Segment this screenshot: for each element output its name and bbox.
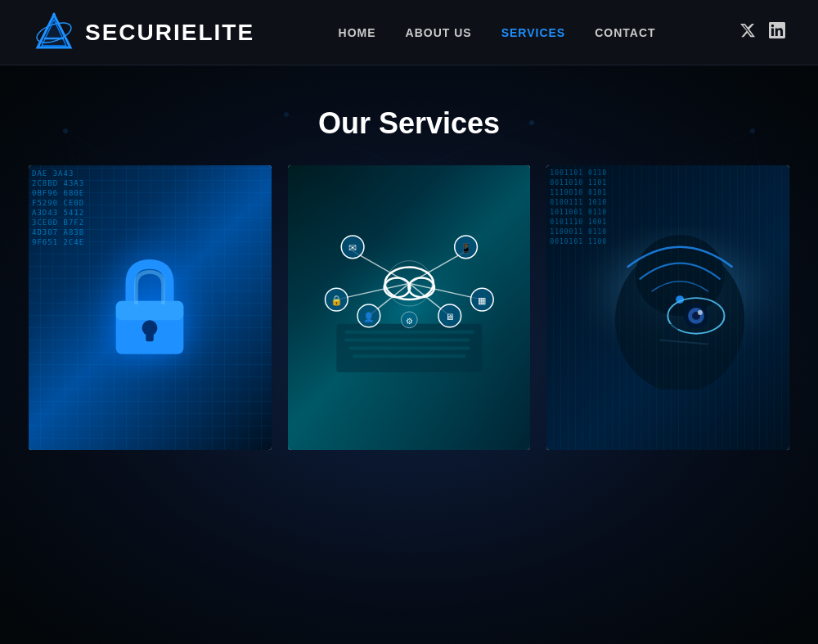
main-nav: HOME ABOUT US SERVICES CONTACT [339,26,656,39]
assessments-svg: ✉ 📱 🔒 ▦ 👤 🖥 [288,226,531,390]
logo-text: SECURIELITE [85,20,254,46]
svg-line-46 [369,283,409,316]
svg-rect-37 [353,354,465,358]
site-header: SECURIELITE HOME ABOUT US SERVICES CONTA… [0,0,818,65]
linkedin-icon [769,22,785,38]
section-title: Our Services [0,65,818,165]
svg-text:🖥: 🖥 [445,312,454,322]
exploits-image: 1001101 01100011010 11011110010 01010100… [546,165,789,450]
logo[interactable]: SECURIELITE [33,11,254,54]
svg-line-42 [353,251,409,284]
svg-point-3 [52,13,56,16]
svg-point-60 [401,312,417,328]
services-grid: DAE 3A432C8BD 43A30BF96 680EF5290 CE0DA3… [0,165,818,450]
svg-line-44 [336,283,409,299]
svg-text:✉: ✉ [348,242,357,254]
svg-rect-31 [146,328,154,342]
svg-text:🔒: 🔒 [330,295,343,306]
svg-rect-32 [288,227,531,389]
service-card-assessments: ✉ 📱 🔒 ▦ 👤 🖥 [288,165,531,450]
svg-line-45 [409,283,482,299]
linkedin-link[interactable] [769,22,785,43]
nav-about[interactable]: ABOUT US [406,26,472,39]
svg-point-58 [438,304,461,327]
twitter-link[interactable] [739,22,756,43]
svg-point-38 [384,268,433,300]
page-heading: Our Services [0,106,818,141]
service-card-exploits: 1001101 01100011010 11011110010 01010100… [546,165,789,450]
assessments-image: ✉ 📱 🔒 ▦ 👤 🖥 [288,165,531,450]
svg-rect-33 [336,324,482,372]
svg-line-47 [409,283,449,316]
svg-text:▦: ▦ [478,295,486,305]
code-overlay-exploits: 1001101 01100011010 11011110010 01010100… [546,165,789,450]
pentests-image: DAE 3A432C8BD 43A30BF96 680EF5290 CE0DA3… [29,165,272,450]
svg-point-54 [470,288,493,311]
twitter-icon [739,22,756,38]
logo-icon [33,11,75,54]
nav-contact[interactable]: CONTACT [595,26,655,39]
svg-point-52 [325,288,348,311]
svg-point-40 [408,277,434,297]
padlock-svg [101,254,199,361]
social-links [739,22,785,43]
svg-text:👤: 👤 [363,311,375,322]
svg-text:⚙: ⚙ [406,317,413,326]
svg-rect-29 [116,301,184,321]
service-card-pentests: DAE 3A432C8BD 43A30BF96 680EF5290 CE0DA3… [29,165,272,450]
main-content: Our Services DAE 3A432C8BD 43A30BF96 680… [0,65,818,644]
svg-point-39 [384,277,410,297]
svg-point-50 [454,236,477,259]
nav-services[interactable]: SERVICES [501,26,566,39]
svg-rect-35 [344,339,470,342]
svg-line-43 [409,251,465,284]
svg-point-56 [357,304,380,327]
svg-text:📱: 📱 [460,242,471,254]
svg-point-41 [386,261,431,306]
nav-home[interactable]: HOME [339,26,376,39]
svg-rect-36 [348,347,470,350]
svg-rect-34 [344,331,474,334]
svg-point-48 [341,236,364,259]
